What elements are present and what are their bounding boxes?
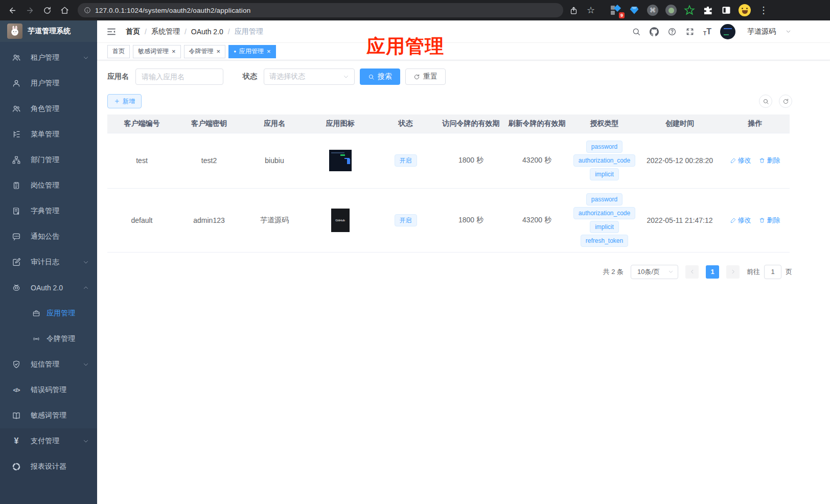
tags-view-bar: 首页 敏感词管理 × 令牌管理 × ● 应用管理 × [97,43,830,60]
chevron-down-icon [83,361,89,368]
page-size-select[interactable]: 10条/页 [631,265,678,279]
search-button[interactable]: 搜索 [360,68,400,85]
users-icon [11,104,21,114]
sidebar-item-sms[interactable]: 短信管理 [0,352,97,377]
close-icon[interactable]: × [172,48,176,55]
plus-icon [114,98,120,104]
page-content: 应用名 状态 请选择状态 搜索 重置 [97,60,830,294]
chevron-left-icon [689,269,695,274]
next-page-button[interactable] [726,265,740,279]
puzzle-extensions-icon[interactable] [701,4,714,17]
home-icon[interactable] [57,3,72,17]
close-icon[interactable]: × [217,48,221,55]
breadcrumb-home[interactable]: 首页 [126,27,140,36]
collapse-sidebar-icon[interactable] [106,27,117,37]
grant-tag: authorization_code [573,154,635,167]
sidebar-item-dict[interactable]: 字典管理 [0,198,97,224]
add-button[interactable]: 新增 [107,94,142,108]
tab-token[interactable]: 令牌管理 × [184,45,226,58]
sidebar-item-error-code[interactable]: </> 错误码管理 [0,377,97,403]
github-icon[interactable] [650,27,659,36]
sidebar-item-audit-log[interactable]: 审计日志 [0,249,97,275]
sidebar-item-payment[interactable]: ¥ 支付管理 [0,428,97,454]
sidebar-item-tenant[interactable]: 租户管理 [0,45,97,71]
applications-table: 客户端编号 客户端密钥 应用名 应用图标 状态 访问令牌的有效期 刷新令牌的有效… [107,114,790,253]
app-icon-image: GitHub [331,209,350,232]
signal-token-icon [32,335,40,343]
sidebar-menu-bottom: ¥ 支付管理 报表设计器 [0,428,97,504]
briefcase-icon [32,309,40,318]
bookmark-star-icon[interactable]: ☆ [584,3,598,17]
share-icon[interactable] [566,3,581,17]
grant-tag: implicit [590,221,619,233]
breadcrumb-oauth2[interactable]: OAuth 2.0 [191,28,223,36]
status-select[interactable]: 请选择状态 [264,68,355,85]
font-size-icon[interactable]: TT [703,27,711,36]
sidebar-item-dept[interactable]: 部门管理 [0,147,97,173]
profile-avatar-icon[interactable] [738,4,751,17]
pencil-icon [730,157,736,164]
tab-sensitive-word[interactable]: 敏感词管理 × [133,45,181,58]
sidebar-item-sensitive-word[interactable]: 敏感词管理 [0,403,97,428]
total-count: 共 2 条 [603,267,624,277]
edit-button[interactable]: 修改 [730,156,751,165]
hide-search-button[interactable] [759,95,772,108]
user-icon [11,78,21,88]
code-icon: </> [11,385,21,395]
delete-button[interactable]: 删除 [759,216,780,225]
tab-home[interactable]: 首页 [107,45,130,58]
grant-tag: implicit [590,168,619,180]
edit-button[interactable]: 修改 [730,216,751,225]
back-icon[interactable] [5,3,19,17]
refresh-table-button[interactable] [779,95,792,108]
username[interactable]: 芋道源码 [747,27,776,36]
chevron-down-icon[interactable] [786,29,791,34]
breadcrumb-system[interactable]: 系统管理 [151,27,180,36]
page-number-button[interactable]: 1 [706,265,719,279]
command-extension-icon[interactable]: ⌘ [646,4,659,17]
fullscreen-icon[interactable] [685,27,695,36]
help-icon[interactable] [667,27,677,36]
logo[interactable]: 芋道管理系统 [0,20,97,42]
gem-extension-icon[interactable] [628,4,641,17]
sidebar-item-user[interactable]: 用户管理 [0,71,97,96]
sidebar-item-post[interactable]: 岗位管理 [0,173,97,198]
sidebar-item-oauth2-application[interactable]: 应用管理 [0,301,97,326]
sidebar-item-menu[interactable]: 菜单管理 [0,122,97,147]
sidebar-item-oauth2[interactable]: OAuth 2.0 [0,275,97,301]
tab-application[interactable]: ● 应用管理 × [228,45,275,58]
sidebar-item-role[interactable]: 角色管理 [0,96,97,122]
address-bar[interactable]: 127.0.0.1:1024/system/oauth2/oauth2/appl… [78,3,563,17]
status-badge[interactable]: 开启 [395,154,417,167]
sidebar-item-report-designer[interactable]: 报表设计器 [0,454,97,479]
sidebar-item-notice[interactable]: 通知公告 [0,224,97,249]
goto-page-input[interactable] [764,265,781,279]
reload-icon[interactable] [40,3,54,17]
status-badge[interactable]: 开启 [395,214,417,226]
browser-menu-icon[interactable]: ⋮ [756,3,771,17]
url-text: 127.0.0.1:1024/system/oauth2/oauth2/appl… [95,7,250,14]
close-icon[interactable]: × [267,48,271,55]
trash-icon [759,157,765,164]
chat-bubble-icon [11,232,21,242]
side-panel-icon[interactable] [720,4,733,17]
app-title: 芋道管理系统 [28,27,71,36]
search-icon [763,98,769,105]
delete-button[interactable]: 删除 [759,156,780,165]
extensions-zone: 9 ⌘ [609,4,751,17]
app-name-input[interactable] [135,68,223,85]
sidebar-item-oauth2-token[interactable]: 令牌管理 [0,326,97,352]
prev-page-button[interactable] [685,265,699,279]
trash-icon [759,217,765,223]
app-icon-image [329,150,352,171]
grant-tag: refresh_token [581,235,628,247]
search-icon[interactable] [632,27,641,36]
record-extension-icon[interactable] [664,4,678,17]
avatar[interactable] [720,24,735,39]
reset-button[interactable]: 重置 [405,68,446,85]
audit-log-icon [11,257,21,267]
yen-icon: ¥ [11,436,21,446]
tampermonkey-extension-icon[interactable]: 9 [609,4,622,17]
forward-icon[interactable] [22,3,37,17]
green-star-extension-icon[interactable] [683,4,696,17]
